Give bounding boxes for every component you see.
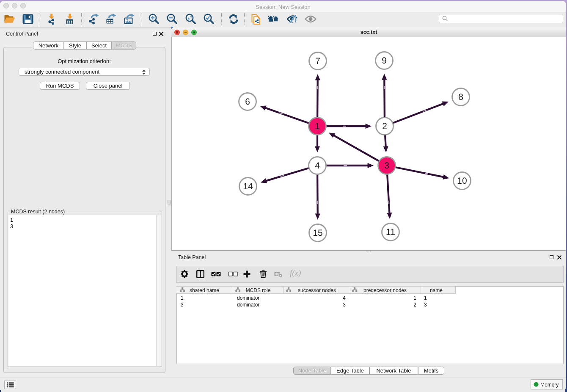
- svg-text:14: 14: [243, 182, 253, 191]
- svg-text:9: 9: [382, 56, 387, 66]
- svg-text:6: 6: [245, 97, 250, 107]
- svg-text:2: 2: [382, 121, 387, 131]
- svg-text:4: 4: [315, 161, 320, 171]
- svg-text:8: 8: [458, 92, 463, 102]
- svg-text:7: 7: [315, 56, 320, 66]
- svg-text:3: 3: [384, 161, 389, 171]
- svg-text:1: 1: [315, 121, 320, 131]
- svg-text:11: 11: [386, 227, 395, 237]
- svg-text:15: 15: [313, 228, 322, 238]
- svg-text:10: 10: [457, 176, 467, 186]
